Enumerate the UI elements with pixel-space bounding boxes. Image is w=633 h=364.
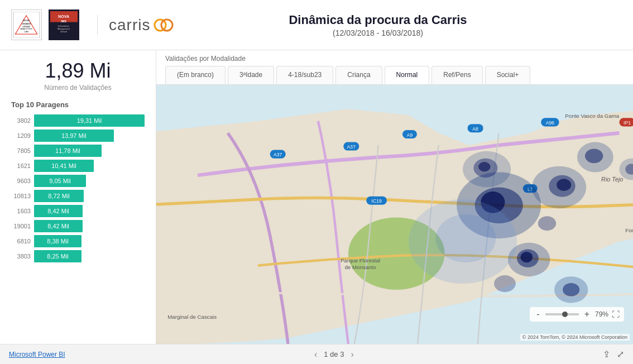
bar-container[interactable]: 9,05 Mil	[34, 175, 145, 187]
bar-fill: 9,05 Mil	[34, 175, 86, 187]
top-bar: NOVA CIDADE URBAN ANALYTICS LAB NOVA IMS…	[0, 0, 633, 50]
bar-stop-label: 6810	[11, 238, 31, 245]
bar-stop-label: 1603	[11, 208, 31, 214]
svg-point-48	[585, 149, 603, 163]
validations-label: Número de Validações	[11, 84, 145, 92]
bar-value: 8,38 Mil	[47, 238, 69, 245]
bar-row: 38038,25 Mil	[11, 250, 145, 262]
bar-container[interactable]: 8,42 Mil	[34, 220, 145, 232]
bar-value: 13,97 Mil	[61, 132, 87, 139]
svg-point-61	[538, 216, 556, 231]
tab-em_branco[interactable]: (Em branco)	[165, 66, 226, 84]
svg-point-62	[494, 275, 516, 292]
svg-text:A8: A8	[472, 126, 478, 132]
bar-value: 8,72 Mil	[48, 193, 70, 199]
svg-text:URBAN: URBAN	[22, 26, 30, 28]
bar-row: 108138,72 Mil	[11, 190, 145, 202]
bar-container[interactable]: 8,25 Mil	[34, 250, 145, 262]
svg-text:A37: A37	[274, 152, 282, 157]
bar-stop-label: 7805	[11, 147, 31, 154]
bar-row: 96039,05 Mil	[11, 175, 145, 187]
left-panel: 1,89 Mi Número de Validações Top 10 Para…	[0, 50, 156, 344]
validations-count: 1,89 Mi Número de Validações	[11, 59, 145, 92]
svg-text:NOVA: NOVA	[23, 19, 30, 22]
zoom-in-button[interactable]: +	[582, 309, 592, 319]
validations-number: 1,89 Mi	[11, 59, 145, 83]
bar-row: 68108,38 Mil	[11, 235, 145, 247]
svg-text:Marginal de Cascais: Marginal de Cascais	[167, 314, 217, 320]
bar-container[interactable]: 10,41 Mil	[34, 160, 145, 172]
svg-text:Ponte Vasco da Gama: Ponte Vasco da Gama	[565, 113, 620, 119]
tab-crianca[interactable]: Criança	[335, 66, 382, 84]
tab-socialplus[interactable]: Social+	[485, 66, 531, 84]
header-title: Dinâmica da procura da Carris (12/03/201…	[134, 13, 622, 37]
bar-fill: 19,31 Mil	[34, 114, 145, 127]
tab-3idade[interactable]: 3ªIdade	[228, 66, 274, 84]
svg-point-53	[521, 252, 533, 262]
svg-text:Rio Tejo: Rio Tejo	[601, 176, 623, 183]
bar-value: 19,31 Mil	[77, 117, 102, 124]
svg-point-46	[557, 179, 571, 191]
nova-cidade-logo: NOVA CIDADE URBAN ANALYTICS LAB	[11, 9, 42, 40]
bar-fill: 8,42 Mil	[34, 220, 83, 232]
bar-value: 8,25 Mil	[47, 253, 69, 260]
bar-container[interactable]: 8,38 Mil	[34, 235, 145, 247]
next-page-button[interactable]: ›	[351, 349, 353, 360]
prev-page-button[interactable]: ‹	[314, 349, 317, 360]
bar-container[interactable]: 13,97 Mil	[34, 130, 145, 142]
svg-text:ANALYTICS: ANALYTICS	[20, 28, 32, 30]
fullscreen-icon[interactable]: ⛶	[612, 310, 620, 319]
tab-sub23[interactable]: 4-18/sub23	[276, 66, 333, 84]
nova-ims-logo: NOVA IMS Information Management School	[49, 9, 79, 40]
bar-fill: 8,38 Mil	[34, 235, 81, 247]
svg-text:IMS: IMS	[61, 20, 66, 23]
bar-container[interactable]: 8,72 Mil	[34, 190, 145, 202]
bar-fill: 11,78 Mil	[34, 145, 102, 157]
share-icon[interactable]: ⇪	[603, 349, 610, 360]
zoom-slider[interactable]	[545, 313, 579, 315]
bar-container[interactable]: 11,78 Mil	[34, 145, 145, 157]
tabs-row: (Em branco)3ªIdade4-18/sub23CriançaNorma…	[165, 66, 624, 84]
power-bi-link[interactable]: Microsoft Power BI	[9, 351, 65, 358]
bar-stop-label: 3802	[11, 117, 31, 124]
svg-text:School: School	[60, 31, 67, 33]
map-area[interactable]: Rio Tejo Ponte Vasco da Gama Parque Flor…	[156, 85, 633, 344]
expand-icon[interactable]: ⤢	[617, 349, 624, 360]
svg-text:IP1: IP1	[624, 120, 631, 126]
svg-text:Management: Management	[57, 28, 70, 30]
bar-stop-label: 10813	[11, 193, 31, 199]
bar-container[interactable]: 19,31 Mil	[34, 114, 145, 127]
bar-value: 10,41 Mil	[51, 162, 76, 169]
bar-value: 8,42 Mil	[47, 208, 69, 214]
svg-point-55	[563, 283, 579, 296]
zoom-slider-thumb	[562, 312, 568, 317]
bar-chart: 380219,31 Mil120913,97 Mil780511,78 Mil1…	[11, 114, 145, 335]
svg-text:Fonte Vasco...: Fonte Vasco...	[625, 227, 633, 233]
bar-stop-label: 9603	[11, 178, 31, 184]
bar-value: 11,78 Mil	[55, 147, 80, 154]
logo-area: NOVA CIDADE URBAN ANALYTICS LAB NOVA IMS…	[11, 9, 134, 40]
bottom-icons: ⇪ ⤢	[603, 349, 624, 360]
bar-fill: 13,97 Mil	[34, 130, 114, 142]
zoom-out-button[interactable]: -	[534, 309, 541, 319]
filter-label: Validações por Modalidade	[165, 55, 624, 63]
bar-container[interactable]: 8,42 Mil	[34, 205, 145, 217]
map-attribution: © 2024 TomTom, © 2024 Microsoft Corporat…	[520, 334, 630, 341]
svg-text:NOVA: NOVA	[58, 15, 69, 19]
filter-tabs: Validações por Modalidade (Em branco)3ªI…	[156, 50, 633, 85]
svg-text:A37: A37	[347, 144, 356, 150]
content-area: 1,89 Mi Número de Validações Top 10 Para…	[0, 50, 633, 344]
bar-stop-label: 3803	[11, 253, 31, 260]
main-container: NOVA CIDADE URBAN ANALYTICS LAB NOVA IMS…	[0, 0, 633, 364]
bar-row: 190018,42 Mil	[11, 220, 145, 232]
page-title: Dinâmica da procura da Carris	[134, 13, 622, 27]
bar-stop-label: 19001	[11, 223, 31, 229]
svg-text:LAB: LAB	[24, 31, 28, 33]
bar-fill: 8,42 Mil	[34, 205, 83, 217]
svg-text:CIDADE: CIDADE	[22, 22, 31, 25]
svg-text:A9: A9	[407, 132, 413, 138]
tab-refpens[interactable]: Ref/Pens	[431, 66, 482, 84]
tab-normal[interactable]: Normal	[385, 66, 430, 84]
pagination: ‹ 1 de 3 ›	[314, 349, 354, 360]
svg-text:Parque Florestal: Parque Florestal	[341, 257, 380, 264]
